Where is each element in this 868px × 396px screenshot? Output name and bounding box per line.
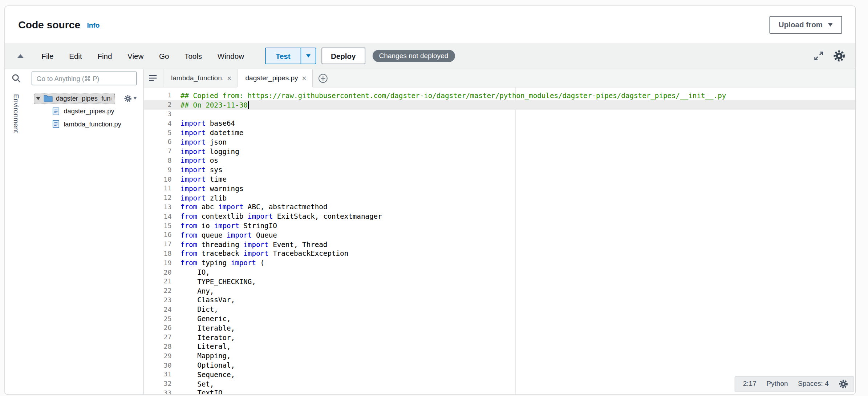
- line-number[interactable]: 11: [144, 185, 173, 192]
- cursor-position[interactable]: 2:17: [743, 380, 757, 388]
- line-number[interactable]: 2: [144, 101, 173, 109]
- indent-setting[interactable]: Spaces: 4: [798, 380, 829, 388]
- code-line[interactable]: 7import logging: [144, 147, 855, 156]
- folder-expand-icon[interactable]: [36, 97, 40, 100]
- line-number[interactable]: 29: [144, 352, 173, 360]
- collapse-panel-icon[interactable]: [17, 54, 24, 58]
- line-number[interactable]: 23: [144, 296, 173, 304]
- code-line[interactable]: 18from traceback import TracebackExcepti…: [144, 249, 855, 258]
- code-line[interactable]: 23 ClassVar,: [144, 295, 855, 305]
- line-number[interactable]: 31: [144, 371, 173, 378]
- tree-folder-row[interactable]: dagster_pipes_function: [27, 92, 143, 105]
- code-line[interactable]: 1## Copied from: https://raw.githubuserc…: [144, 91, 855, 100]
- code-line[interactable]: 11import warnings: [144, 184, 855, 193]
- goto-anything-input[interactable]: [32, 72, 137, 85]
- search-button[interactable]: [11, 74, 21, 83]
- language-mode[interactable]: Python: [766, 380, 788, 388]
- menu-window[interactable]: Window: [210, 48, 252, 63]
- new-tab-button[interactable]: [313, 69, 333, 87]
- tree-file-row[interactable]: lambda_function.py: [27, 117, 143, 130]
- line-number[interactable]: 13: [144, 203, 173, 211]
- line-number[interactable]: 30: [144, 361, 173, 369]
- line-number[interactable]: 3: [144, 110, 173, 118]
- test-dropdown-button[interactable]: [300, 48, 315, 64]
- editor-settings-button[interactable]: [839, 379, 848, 388]
- line-number[interactable]: 16: [144, 231, 173, 239]
- code-editor[interactable]: 1## Copied from: https://raw.githubuserc…: [144, 88, 855, 394]
- line-number[interactable]: 15: [144, 222, 173, 230]
- fullscreen-button[interactable]: [814, 51, 824, 61]
- environment-tab[interactable]: Environment: [12, 94, 20, 133]
- tab-lambda-function[interactable]: lambda_function.py ×: [163, 69, 237, 87]
- line-number[interactable]: 19: [144, 259, 173, 267]
- code-line[interactable]: 17from threading import Event, Thread: [144, 240, 855, 249]
- settings-button[interactable]: [833, 50, 845, 62]
- code-line[interactable]: 3: [144, 109, 855, 119]
- menu-go[interactable]: Go: [151, 48, 177, 63]
- code-line[interactable]: 13from abc import ABC, abstractmethod: [144, 202, 855, 212]
- line-number[interactable]: 21: [144, 278, 173, 285]
- code-line[interactable]: 9import sys: [144, 165, 855, 175]
- code-line[interactable]: 30 Optional,: [144, 360, 855, 370]
- line-number[interactable]: 10: [144, 175, 173, 183]
- code-line[interactable]: 15from io import StringIO: [144, 221, 855, 230]
- code-line[interactable]: 29 Mapping,: [144, 351, 855, 361]
- tree-settings-button[interactable]: [124, 94, 137, 102]
- menu-edit[interactable]: Edit: [61, 48, 90, 63]
- info-link[interactable]: Info: [87, 21, 100, 29]
- file-tree: dagster_pipes_function: [27, 92, 143, 130]
- code-line[interactable]: 12import zlib: [144, 193, 855, 203]
- test-button[interactable]: Test: [265, 48, 300, 64]
- code-line[interactable]: 16from queue import Queue: [144, 230, 855, 240]
- menu-find[interactable]: Find: [90, 48, 120, 63]
- line-number[interactable]: 8: [144, 157, 173, 164]
- line-number[interactable]: 33: [144, 389, 173, 394]
- menu-view[interactable]: View: [120, 48, 151, 63]
- plus-circle-icon: [318, 73, 328, 83]
- line-number[interactable]: 4: [144, 120, 173, 127]
- line-number[interactable]: 7: [144, 148, 173, 155]
- code-line[interactable]: 5import datetime: [144, 128, 855, 137]
- code-line[interactable]: 19from typing import (: [144, 258, 855, 268]
- code-line[interactable]: 20 IO,: [144, 267, 855, 277]
- line-number[interactable]: 6: [144, 138, 173, 146]
- line-number[interactable]: 9: [144, 166, 173, 174]
- close-icon[interactable]: ×: [227, 74, 231, 82]
- code-line[interactable]: 28 Literal,: [144, 342, 855, 351]
- line-number[interactable]: 26: [144, 324, 173, 332]
- line-number[interactable]: 14: [144, 213, 173, 220]
- code-line[interactable]: 21 TYPE_CHECKING,: [144, 277, 855, 286]
- code-line[interactable]: 8import os: [144, 156, 855, 165]
- line-number[interactable]: 28: [144, 343, 173, 350]
- line-number[interactable]: 17: [144, 241, 173, 248]
- code-line[interactable]: 22 Any,: [144, 286, 855, 296]
- line-number[interactable]: 25: [144, 315, 173, 323]
- menu-tools[interactable]: Tools: [177, 48, 210, 63]
- code-line[interactable]: 2## On 2023-11-30: [144, 100, 855, 110]
- code-line[interactable]: 24 Dict,: [144, 305, 855, 314]
- code-line[interactable]: 6import json: [144, 137, 855, 147]
- code-line[interactable]: 10import time: [144, 174, 855, 184]
- menu-file[interactable]: File: [34, 48, 61, 63]
- code-line[interactable]: 14from contextlib import ExitStack, cont…: [144, 212, 855, 221]
- code-line[interactable]: 25 Generic,: [144, 314, 855, 323]
- tab-dagster-pipes[interactable]: dagster_pipes.py ×: [237, 69, 313, 88]
- code-line[interactable]: 27 Iterator,: [144, 333, 855, 342]
- deploy-button[interactable]: Deploy: [321, 48, 365, 64]
- line-number[interactable]: 20: [144, 268, 173, 276]
- line-number[interactable]: 18: [144, 250, 173, 257]
- line-number[interactable]: 32: [144, 380, 173, 388]
- code-text: Any,: [181, 287, 214, 295]
- code-line[interactable]: 4import base64: [144, 119, 855, 128]
- line-number[interactable]: 22: [144, 287, 173, 295]
- line-number[interactable]: 5: [144, 129, 173, 137]
- close-icon[interactable]: ×: [302, 74, 306, 82]
- code-line[interactable]: 26 Iterable,: [144, 323, 855, 333]
- line-number[interactable]: 1: [144, 92, 173, 99]
- line-number[interactable]: 27: [144, 334, 173, 341]
- upload-from-button[interactable]: Upload from: [769, 16, 842, 33]
- line-number[interactable]: 12: [144, 194, 173, 202]
- tab-list-button[interactable]: [144, 69, 163, 87]
- line-number[interactable]: 24: [144, 306, 173, 313]
- tree-file-row[interactable]: dagster_pipes.py: [27, 105, 143, 117]
